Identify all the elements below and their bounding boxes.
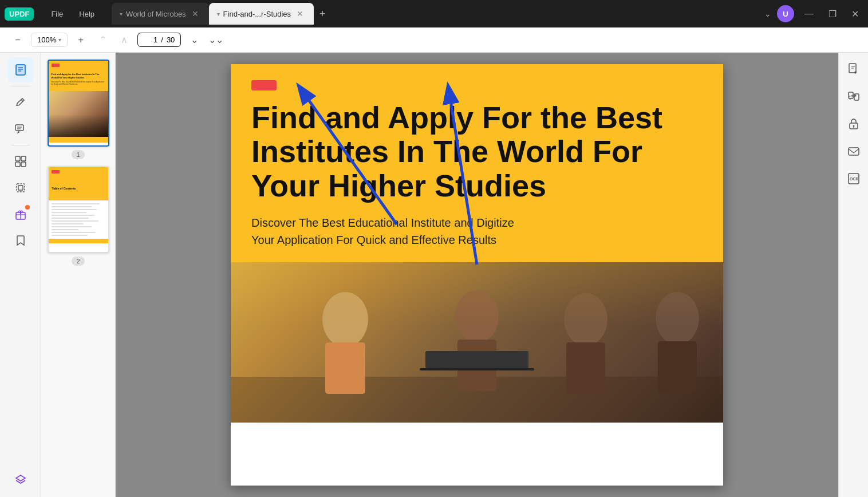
- gift-badge: [25, 205, 30, 210]
- sidebar-layers-icon[interactable]: [8, 467, 33, 492]
- pdf-subtitle: Discover The Best Educational Institute …: [251, 214, 703, 249]
- nav-first-button[interactable]: ⌃: [94, 31, 111, 49]
- pdf-viewer[interactable]: Find and Apply For the Best Institutes I…: [116, 53, 838, 497]
- svg-rect-5: [15, 125, 23, 131]
- svg-rect-8: [15, 156, 20, 161]
- sidebar-left: [0, 53, 41, 497]
- thumb-frame-1: Find and Apply for the Best Institutes I…: [48, 60, 109, 147]
- page-total: 30: [167, 36, 175, 44]
- page-num-1: 1: [72, 150, 84, 159]
- svg-rect-12: [17, 184, 25, 192]
- right-extract-icon[interactable]: [842, 57, 865, 80]
- toolbar: − 100% ▾ + ⌃ ∧ / 30 ⌄ ⌄⌄: [0, 27, 868, 53]
- zoom-dropdown-icon: ▾: [58, 37, 61, 43]
- svg-rect-9: [21, 156, 26, 161]
- add-tab-button[interactable]: +: [314, 6, 332, 22]
- svg-rect-40: [849, 148, 859, 155]
- svg-rect-0: [16, 65, 25, 75]
- pdf-yellow-header: Find and Apply For the Best Institutes I…: [231, 64, 723, 262]
- thumbnail-page-2[interactable]: Table of Contents 2: [48, 166, 109, 266]
- sidebar-bookmark-icon[interactable]: [8, 228, 33, 253]
- pdf-main-title: Find and Apply For the Best Institutes I…: [251, 101, 703, 203]
- sidebar-reader-icon[interactable]: [8, 57, 33, 82]
- right-pdf-convert-icon[interactable]: PDF/A: [842, 85, 865, 108]
- tab2-close[interactable]: ✕: [294, 8, 306, 19]
- nav-next-button[interactable]: ⌄: [186, 31, 203, 49]
- main-area: Find and Apply for the Best Institutes I…: [0, 53, 868, 497]
- titlebar: UPDF File Help ▾ World of Microbes ✕ ▾ F…: [0, 0, 868, 27]
- pdf-page: Find and Apply For the Best Institutes I…: [231, 64, 723, 486]
- sidebar-gift-icon[interactable]: [8, 202, 33, 227]
- sidebar-divider-2: [11, 145, 30, 145]
- sidebar-comment-icon[interactable]: [8, 116, 33, 141]
- sidebar-crop-icon[interactable]: [8, 175, 33, 200]
- tab2-dropdown[interactable]: ▾: [217, 11, 220, 17]
- svg-marker-17: [16, 475, 25, 481]
- menu-bar: File Help: [43, 6, 102, 22]
- thumb-frame-2: Table of Contents: [48, 166, 109, 253]
- sidebar-divider-1: [11, 86, 30, 86]
- tab-world-of-microbes[interactable]: ▾ World of Microbes ✕: [112, 3, 209, 25]
- user-avatar[interactable]: U: [777, 5, 794, 22]
- tabs-area: ▾ World of Microbes ✕ ▾ Find-and-...r-St…: [112, 3, 760, 25]
- app-logo: UPDF: [5, 7, 34, 21]
- zoom-in-button[interactable]: +: [72, 31, 89, 49]
- zoom-out-button[interactable]: −: [9, 31, 26, 49]
- zoom-level: 100%: [37, 36, 56, 44]
- svg-point-38: [853, 125, 854, 127]
- tab1-close[interactable]: ✕: [190, 8, 201, 19]
- svg-rect-13: [18, 186, 23, 190]
- page-input-container: / 30: [137, 33, 181, 47]
- right-ocr-icon[interactable]: OCR: [842, 167, 865, 190]
- pdf-image-area: [231, 262, 723, 423]
- thumbnail-page-1[interactable]: Find and Apply for the Best Institutes I…: [48, 60, 109, 159]
- nav-prev-button[interactable]: ∧: [116, 31, 133, 49]
- zoom-display[interactable]: 100% ▾: [31, 33, 68, 47]
- right-mail-icon[interactable]: [842, 140, 865, 163]
- svg-rect-11: [21, 162, 26, 167]
- titlebar-right: ⌄ U — ❐ ✕: [764, 5, 863, 22]
- titlebar-dropdown-btn[interactable]: ⌄: [764, 9, 771, 18]
- maximize-button[interactable]: ❐: [824, 6, 841, 22]
- minimize-button[interactable]: —: [800, 6, 818, 21]
- right-lock-icon[interactable]: [842, 112, 865, 135]
- tab1-dropdown[interactable]: ▾: [120, 11, 123, 17]
- nav-last-button[interactable]: ⌄⌄: [207, 31, 224, 49]
- help-menu[interactable]: Help: [71, 6, 102, 22]
- svg-rect-10: [15, 162, 20, 167]
- tab1-label: World of Microbes: [126, 10, 186, 18]
- sidebar-edit-icon[interactable]: [8, 90, 33, 115]
- page-number-input[interactable]: [144, 36, 157, 44]
- sidebar-right: PDF/A OCR: [838, 53, 868, 497]
- tab-find-and-studies[interactable]: ▾ Find-and-...r-Studies ✕: [209, 3, 314, 25]
- close-button[interactable]: ✕: [847, 6, 863, 22]
- sidebar-organize-icon[interactable]: [8, 149, 33, 174]
- page-num-2: 2: [72, 257, 84, 266]
- svg-text:OCR: OCR: [850, 177, 859, 181]
- thumbnail-panel: Find and Apply for the Best Institutes I…: [41, 53, 116, 497]
- file-menu[interactable]: File: [43, 6, 71, 22]
- tab2-label: Find-and-...r-Studies: [223, 10, 291, 18]
- page-separator: /: [161, 36, 163, 44]
